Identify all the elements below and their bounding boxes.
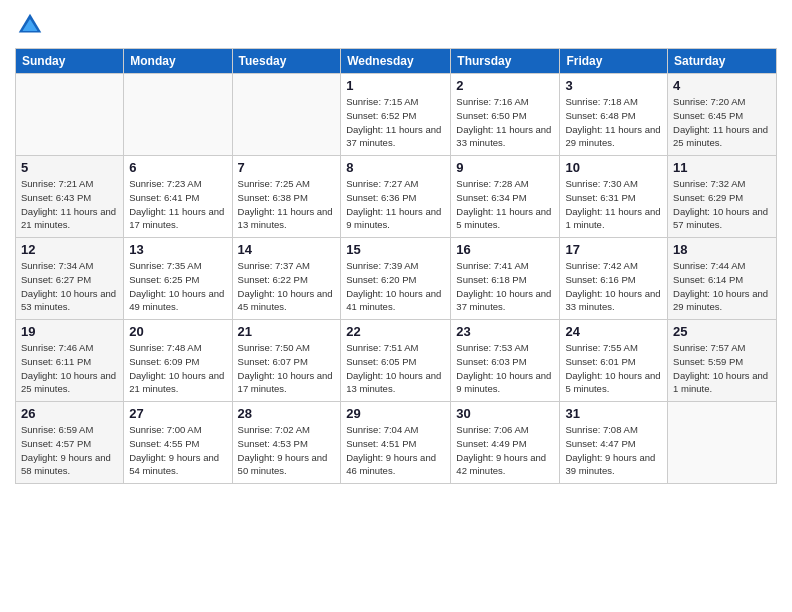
day-info: Sunrise: 7:37 AMSunset: 6:22 PMDaylight:…	[238, 259, 336, 314]
header	[15, 10, 777, 40]
calendar-cell: 24Sunrise: 7:55 AMSunset: 6:01 PMDayligh…	[560, 320, 668, 402]
day-number: 21	[238, 324, 336, 339]
calendar-cell: 30Sunrise: 7:06 AMSunset: 4:49 PMDayligh…	[451, 402, 560, 484]
weekday-header: Saturday	[668, 49, 777, 74]
calendar-cell: 29Sunrise: 7:04 AMSunset: 4:51 PMDayligh…	[341, 402, 451, 484]
day-number: 28	[238, 406, 336, 421]
day-number: 17	[565, 242, 662, 257]
day-number: 3	[565, 78, 662, 93]
calendar-cell: 22Sunrise: 7:51 AMSunset: 6:05 PMDayligh…	[341, 320, 451, 402]
day-number: 25	[673, 324, 771, 339]
day-info: Sunrise: 7:51 AMSunset: 6:05 PMDaylight:…	[346, 341, 445, 396]
calendar: SundayMondayTuesdayWednesdayThursdayFrid…	[15, 48, 777, 484]
day-number: 12	[21, 242, 118, 257]
day-number: 4	[673, 78, 771, 93]
day-info: Sunrise: 7:08 AMSunset: 4:47 PMDaylight:…	[565, 423, 662, 478]
calendar-week-row: 19Sunrise: 7:46 AMSunset: 6:11 PMDayligh…	[16, 320, 777, 402]
day-number: 18	[673, 242, 771, 257]
calendar-cell: 1Sunrise: 7:15 AMSunset: 6:52 PMDaylight…	[341, 74, 451, 156]
calendar-week-row: 1Sunrise: 7:15 AMSunset: 6:52 PMDaylight…	[16, 74, 777, 156]
day-number: 30	[456, 406, 554, 421]
calendar-cell: 26Sunrise: 6:59 AMSunset: 4:57 PMDayligh…	[16, 402, 124, 484]
day-number: 7	[238, 160, 336, 175]
day-info: Sunrise: 7:39 AMSunset: 6:20 PMDaylight:…	[346, 259, 445, 314]
day-info: Sunrise: 6:59 AMSunset: 4:57 PMDaylight:…	[21, 423, 118, 478]
calendar-week-row: 5Sunrise: 7:21 AMSunset: 6:43 PMDaylight…	[16, 156, 777, 238]
calendar-cell: 17Sunrise: 7:42 AMSunset: 6:16 PMDayligh…	[560, 238, 668, 320]
calendar-cell: 11Sunrise: 7:32 AMSunset: 6:29 PMDayligh…	[668, 156, 777, 238]
day-number: 22	[346, 324, 445, 339]
calendar-cell: 14Sunrise: 7:37 AMSunset: 6:22 PMDayligh…	[232, 238, 341, 320]
day-info: Sunrise: 7:27 AMSunset: 6:36 PMDaylight:…	[346, 177, 445, 232]
day-number: 31	[565, 406, 662, 421]
calendar-week-row: 26Sunrise: 6:59 AMSunset: 4:57 PMDayligh…	[16, 402, 777, 484]
day-number: 20	[129, 324, 226, 339]
calendar-cell: 5Sunrise: 7:21 AMSunset: 6:43 PMDaylight…	[16, 156, 124, 238]
calendar-cell: 23Sunrise: 7:53 AMSunset: 6:03 PMDayligh…	[451, 320, 560, 402]
calendar-cell: 3Sunrise: 7:18 AMSunset: 6:48 PMDaylight…	[560, 74, 668, 156]
day-info: Sunrise: 7:44 AMSunset: 6:14 PMDaylight:…	[673, 259, 771, 314]
day-info: Sunrise: 7:18 AMSunset: 6:48 PMDaylight:…	[565, 95, 662, 150]
day-number: 26	[21, 406, 118, 421]
calendar-cell: 21Sunrise: 7:50 AMSunset: 6:07 PMDayligh…	[232, 320, 341, 402]
day-number: 23	[456, 324, 554, 339]
day-info: Sunrise: 7:25 AMSunset: 6:38 PMDaylight:…	[238, 177, 336, 232]
calendar-cell	[16, 74, 124, 156]
calendar-cell: 20Sunrise: 7:48 AMSunset: 6:09 PMDayligh…	[124, 320, 232, 402]
day-number: 11	[673, 160, 771, 175]
day-info: Sunrise: 7:50 AMSunset: 6:07 PMDaylight:…	[238, 341, 336, 396]
weekday-header: Wednesday	[341, 49, 451, 74]
day-info: Sunrise: 7:21 AMSunset: 6:43 PMDaylight:…	[21, 177, 118, 232]
day-number: 6	[129, 160, 226, 175]
calendar-cell: 28Sunrise: 7:02 AMSunset: 4:53 PMDayligh…	[232, 402, 341, 484]
day-info: Sunrise: 7:46 AMSunset: 6:11 PMDaylight:…	[21, 341, 118, 396]
day-number: 16	[456, 242, 554, 257]
calendar-cell: 16Sunrise: 7:41 AMSunset: 6:18 PMDayligh…	[451, 238, 560, 320]
calendar-cell: 12Sunrise: 7:34 AMSunset: 6:27 PMDayligh…	[16, 238, 124, 320]
logo-icon	[15, 10, 45, 40]
day-info: Sunrise: 7:35 AMSunset: 6:25 PMDaylight:…	[129, 259, 226, 314]
day-info: Sunrise: 7:28 AMSunset: 6:34 PMDaylight:…	[456, 177, 554, 232]
weekday-header: Thursday	[451, 49, 560, 74]
day-number: 2	[456, 78, 554, 93]
day-info: Sunrise: 7:42 AMSunset: 6:16 PMDaylight:…	[565, 259, 662, 314]
calendar-cell: 4Sunrise: 7:20 AMSunset: 6:45 PMDaylight…	[668, 74, 777, 156]
day-info: Sunrise: 7:34 AMSunset: 6:27 PMDaylight:…	[21, 259, 118, 314]
day-number: 8	[346, 160, 445, 175]
day-info: Sunrise: 7:48 AMSunset: 6:09 PMDaylight:…	[129, 341, 226, 396]
day-info: Sunrise: 7:16 AMSunset: 6:50 PMDaylight:…	[456, 95, 554, 150]
calendar-header-row: SundayMondayTuesdayWednesdayThursdayFrid…	[16, 49, 777, 74]
day-info: Sunrise: 7:06 AMSunset: 4:49 PMDaylight:…	[456, 423, 554, 478]
calendar-cell	[232, 74, 341, 156]
day-info: Sunrise: 7:23 AMSunset: 6:41 PMDaylight:…	[129, 177, 226, 232]
day-number: 1	[346, 78, 445, 93]
day-number: 15	[346, 242, 445, 257]
calendar-cell: 6Sunrise: 7:23 AMSunset: 6:41 PMDaylight…	[124, 156, 232, 238]
day-number: 5	[21, 160, 118, 175]
day-number: 29	[346, 406, 445, 421]
day-number: 19	[21, 324, 118, 339]
day-number: 9	[456, 160, 554, 175]
day-info: Sunrise: 7:00 AMSunset: 4:55 PMDaylight:…	[129, 423, 226, 478]
calendar-week-row: 12Sunrise: 7:34 AMSunset: 6:27 PMDayligh…	[16, 238, 777, 320]
day-info: Sunrise: 7:04 AMSunset: 4:51 PMDaylight:…	[346, 423, 445, 478]
day-info: Sunrise: 7:57 AMSunset: 5:59 PMDaylight:…	[673, 341, 771, 396]
day-info: Sunrise: 7:20 AMSunset: 6:45 PMDaylight:…	[673, 95, 771, 150]
day-info: Sunrise: 7:32 AMSunset: 6:29 PMDaylight:…	[673, 177, 771, 232]
day-number: 27	[129, 406, 226, 421]
calendar-cell	[668, 402, 777, 484]
page: SundayMondayTuesdayWednesdayThursdayFrid…	[0, 0, 792, 612]
weekday-header: Sunday	[16, 49, 124, 74]
day-info: Sunrise: 7:41 AMSunset: 6:18 PMDaylight:…	[456, 259, 554, 314]
calendar-cell: 2Sunrise: 7:16 AMSunset: 6:50 PMDaylight…	[451, 74, 560, 156]
calendar-cell: 19Sunrise: 7:46 AMSunset: 6:11 PMDayligh…	[16, 320, 124, 402]
day-number: 14	[238, 242, 336, 257]
weekday-header: Tuesday	[232, 49, 341, 74]
calendar-cell: 27Sunrise: 7:00 AMSunset: 4:55 PMDayligh…	[124, 402, 232, 484]
day-number: 24	[565, 324, 662, 339]
day-info: Sunrise: 7:53 AMSunset: 6:03 PMDaylight:…	[456, 341, 554, 396]
day-info: Sunrise: 7:15 AMSunset: 6:52 PMDaylight:…	[346, 95, 445, 150]
day-info: Sunrise: 7:02 AMSunset: 4:53 PMDaylight:…	[238, 423, 336, 478]
day-info: Sunrise: 7:30 AMSunset: 6:31 PMDaylight:…	[565, 177, 662, 232]
day-number: 10	[565, 160, 662, 175]
